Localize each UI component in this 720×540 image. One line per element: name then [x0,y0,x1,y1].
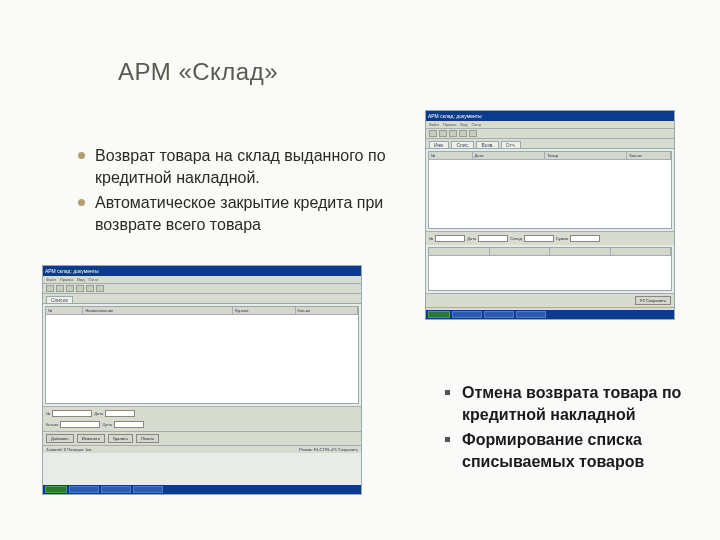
slide-title: АРМ «Склад» [118,58,278,86]
taskbar-item [133,486,163,493]
square-bullet-icon [445,437,450,442]
window-titlebar: АРМ склад: документы [426,111,674,121]
bullet-text: Формирование списка списываемых товаров [462,429,705,472]
app-screenshot-right: АРМ склад: документы ФайлПравкаВидОкно И… [425,110,675,320]
taskbar-item [452,311,482,318]
tab: Отч. [501,141,521,148]
bullet-icon [78,199,85,206]
field-label: Цена [102,422,112,427]
toolbar-button [459,130,467,137]
status-bar: Записей: 0 Позиция: 1из Режим: F4,CTRL+F… [43,445,361,453]
grid-header [429,248,671,256]
taskbar-item [101,486,131,493]
text-input [105,410,135,417]
grid-header-cell [611,248,672,255]
bullet-text: Отмена возврата товара по кредитной накл… [462,382,705,425]
list-item: Автоматическое закрытие кредита при возв… [78,192,398,235]
list-item: Возврат товара на склад выданного по кре… [78,145,398,188]
list-item: Отмена возврата товара по кредитной накл… [445,382,705,425]
list-item: Формирование списка списываемых товаров [445,429,705,472]
delete-button: Удалить [108,434,133,443]
grid-header-cell [550,248,611,255]
grid-header-cell: Наименование [83,307,233,314]
taskbar [426,310,674,319]
text-input [478,235,508,242]
data-grid: № Наименование Ед.изм. Кол-во [45,306,359,404]
field-label: № [429,236,433,241]
bullet-icon [78,152,85,159]
grid-header-cell: № [46,307,83,314]
menu-bar: ФайлПравкаВидОкно [426,121,674,129]
button-row: F2 Сохранить [426,293,674,307]
field-label: Сумма [556,236,569,241]
square-bullet-icon [445,390,450,395]
taskbar-item [69,486,99,493]
window-titlebar: АРМ склад: документы [43,266,361,276]
toolbar-button [96,285,104,292]
toolbar-button [56,285,64,292]
grid-header: № Наименование Ед.изм. Кол-во [46,307,358,315]
text-input [52,410,92,417]
field-label: Дата [94,411,103,416]
bullet-text: Автоматическое закрытие кредита при возв… [95,192,398,235]
toolbar-button [449,130,457,137]
right-bullet-list: Отмена возврата товара по кредитной накл… [445,382,705,476]
text-input [570,235,600,242]
status-text: Записей: 0 Позиция: 1из [46,447,91,452]
toolbar-button [76,285,84,292]
toolbar [43,284,361,294]
status-text: Режим: F4,CTRL+F1 Сохранить [299,447,358,452]
app-screenshot-left: АРМ склад: документы ФайлПравкаВидОкно С… [42,265,362,495]
toolbar-button [439,130,447,137]
text-input [60,421,100,428]
field-label: Кол-во [46,422,58,427]
tab: Список [46,296,73,303]
save-button: F2 Сохранить [635,296,671,305]
grid-header-cell: Кол-во [296,307,358,314]
grid-header: № Дата Товар Кол-во [429,152,671,160]
tab: Инв. [429,141,449,148]
tab: Спис. [451,141,474,148]
grid-header-cell: Кол-во [627,152,671,159]
text-input [114,421,144,428]
edit-button: Изменить [77,434,105,443]
grid-header-cell [490,248,551,255]
bullet-text: Возврат товара на склад выданного по кре… [95,145,398,188]
grid-header-cell: Товар [545,152,627,159]
start-button [428,311,450,318]
print-button: Печать [136,434,159,443]
toolbar-button [469,130,477,137]
grid-header-cell: Ед.изм. [233,307,295,314]
toolbar [426,129,674,139]
toolbar-button [66,285,74,292]
toolbar-button [86,285,94,292]
add-button: Добавить [46,434,74,443]
button-row: Добавить Изменить Удалить Печать [43,431,361,445]
text-input [435,235,465,242]
taskbar-item [516,311,546,318]
form-panel: № Дата Склад Сумма [426,231,674,245]
grid-header-cell: № [429,152,473,159]
taskbar-item [484,311,514,318]
form-panel: № Дата Кол-во Цена [43,406,361,431]
grid-header-cell: Дата [473,152,546,159]
tab: Возв. [476,141,498,148]
taskbar [43,485,361,494]
field-label: Склад [510,236,522,241]
toolbar-button [429,130,437,137]
start-button [45,486,67,493]
toolbar-button [46,285,54,292]
left-bullet-list: Возврат товара на склад выданного по кре… [78,145,398,239]
tab-bar: Список [43,294,361,304]
text-input [524,235,554,242]
grid-header-cell [429,248,490,255]
field-label: Дата [467,236,476,241]
menu-bar: ФайлПравкаВидОкно [43,276,361,284]
field-label: № [46,411,50,416]
data-grid-secondary [428,247,672,291]
tab-bar: Инв. Спис. Возв. Отч. [426,139,674,149]
data-grid: № Дата Товар Кол-во [428,151,672,229]
